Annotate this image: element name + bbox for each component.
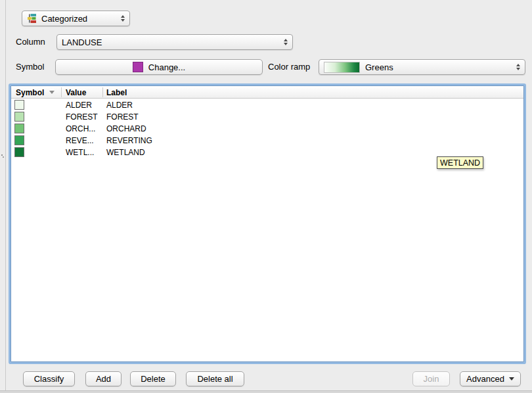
advanced-button-label: Advanced [466, 374, 504, 384]
symbol-change-button-label: Change... [148, 62, 185, 72]
add-button[interactable]: Add [85, 371, 122, 386]
categorized-renderer-icon [27, 13, 37, 24]
category-label[interactable]: REVERTING [106, 135, 152, 147]
classify-button[interactable]: Classify [23, 371, 75, 386]
category-symbol-swatch[interactable] [14, 124, 24, 133]
delete-button[interactable]: Delete [130, 371, 176, 386]
color-ramp-label: Color ramp [268, 59, 310, 75]
color-ramp-select[interactable]: Greens [319, 59, 525, 75]
categories-table[interactable]: Symbol Value Label ALDER ALDER FOREST FO… [11, 85, 524, 362]
category-value[interactable]: REVE... [66, 135, 94, 147]
column-label: Column [16, 34, 45, 50]
panel-bottom-edge [0, 390, 532, 393]
header-label[interactable]: Label [106, 86, 127, 99]
combo-arrows-icon [117, 15, 125, 22]
renderer-select[interactable]: Categorized [22, 11, 130, 26]
splitter-grip-icon[interactable] [1, 154, 5, 159]
category-label[interactable]: ORCHARD [106, 123, 146, 135]
renderer-select-value: Categorized [41, 14, 87, 24]
symbol-label: Symbol [16, 59, 44, 75]
dropdown-arrow-icon [509, 377, 514, 381]
join-button: Join [412, 371, 450, 386]
color-ramp-preview-swatch [324, 62, 360, 73]
category-value[interactable]: WETL... [66, 147, 94, 158]
delete-all-button[interactable]: Delete all [186, 371, 244, 386]
category-symbol-swatch[interactable] [14, 112, 24, 122]
color-ramp-select-value: Greens [365, 62, 393, 72]
category-label[interactable]: WETLAND [106, 147, 145, 158]
category-value[interactable]: ORCH... [66, 123, 95, 135]
symbol-change-button[interactable]: Change... [55, 59, 263, 75]
category-label[interactable]: ALDER [106, 99, 133, 111]
layer-style-panel: Categorized Column LANDUSE Symbol Change… [0, 0, 532, 393]
category-label[interactable]: FOREST [106, 111, 139, 123]
symbol-preview-swatch [133, 62, 143, 72]
category-symbol-swatch[interactable] [14, 100, 24, 110]
column-select[interactable]: LANDUSE [56, 34, 293, 50]
header-value[interactable]: Value [66, 86, 86, 99]
combo-arrows-icon [280, 39, 288, 45]
tooltip: WETLAND [437, 156, 483, 169]
combo-arrows-icon [512, 64, 520, 70]
table-row[interactable]: REVE... REVERTING [11, 135, 523, 147]
header-symbol[interactable]: Symbol [16, 86, 55, 99]
column-resize-handle[interactable] [61, 87, 62, 97]
panel-splitter[interactable] [5, 0, 6, 393]
table-row[interactable]: ALDER ALDER [11, 99, 523, 111]
category-symbol-swatch[interactable] [14, 147, 24, 157]
table-row[interactable]: ORCH... ORCHARD [11, 123, 523, 135]
categories-table-header: Symbol Value Label [11, 86, 523, 99]
sort-descending-icon [49, 91, 55, 94]
table-row[interactable]: FOREST FOREST [11, 111, 523, 123]
category-value[interactable]: FOREST [66, 111, 98, 123]
advanced-button[interactable]: Advanced [460, 371, 521, 386]
column-select-value: LANDUSE [62, 37, 102, 47]
category-symbol-swatch[interactable] [14, 135, 24, 145]
column-resize-handle[interactable] [102, 87, 103, 97]
category-value[interactable]: ALDER [66, 99, 92, 111]
